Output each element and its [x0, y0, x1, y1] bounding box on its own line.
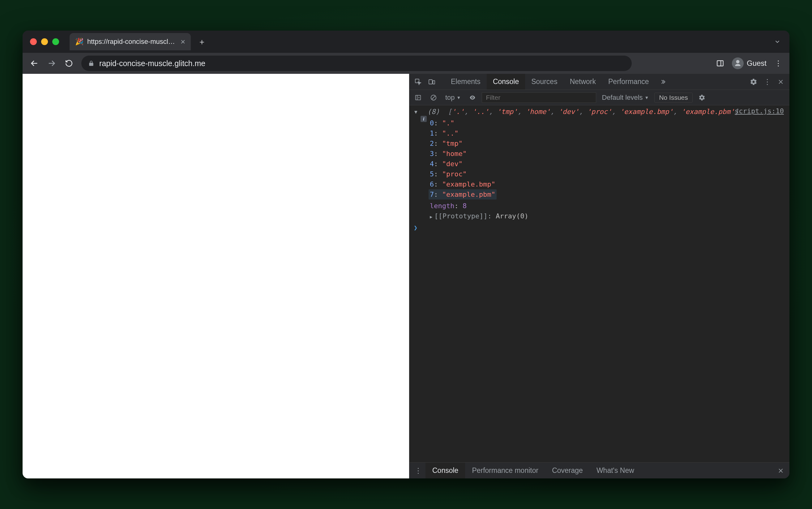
- drawer-tab-performance-monitor[interactable]: Performance monitor: [465, 463, 545, 478]
- side-panel-button[interactable]: [713, 57, 727, 70]
- page-viewport[interactable]: [23, 74, 409, 478]
- drawer-menu-button[interactable]: ⋮: [412, 465, 424, 477]
- svg-rect-2: [717, 61, 723, 66]
- devtools-drawer: ⋮ ConsolePerformance monitorCoverageWhat…: [409, 462, 789, 478]
- tab-title: https://rapid-concise-muscle.g: [87, 38, 177, 46]
- devtools-close-button[interactable]: [775, 76, 787, 88]
- window-traffic-lights: [30, 38, 59, 45]
- array-item-row[interactable]: 2: "tmp": [430, 138, 785, 148]
- tab-strip: 🎉 https://rapid-concise-muscle.g × ＋: [23, 31, 789, 53]
- array-preview-item: 'example.bmp': [620, 108, 673, 115]
- svg-rect-5: [429, 80, 432, 84]
- content-area: ElementsConsoleSourcesNetworkPerformance…: [23, 74, 789, 478]
- array-preview-item: '.': [452, 108, 464, 115]
- array-preview-item: 'example.pbm': [681, 108, 735, 115]
- browser-toolbar: rapid-concise-muscle.glitch.me Guest ⋮: [23, 53, 789, 74]
- array-item-row[interactable]: 3: "home": [430, 148, 785, 159]
- log-levels-selector[interactable]: Default levels ▼: [599, 94, 651, 102]
- array-length-summary: (8): [427, 108, 440, 115]
- device-toolbar-button[interactable]: [426, 76, 438, 88]
- array-item-row[interactable]: 6: "example.bmp": [430, 179, 785, 189]
- console-log-entry[interactable]: ▼ i (8) ['.', '..', 'tmp', 'home', 'dev'…: [409, 107, 789, 221]
- devtools-tab-sources[interactable]: Sources: [525, 74, 563, 90]
- chevron-right-icon[interactable]: ▶: [430, 214, 432, 220]
- array-length-property: length: 8: [430, 201, 785, 211]
- devtools-menu-button[interactable]: ⋮: [761, 76, 773, 88]
- array-item-row[interactable]: 1: "..": [430, 128, 785, 138]
- array-item-row[interactable]: 5: "proc": [430, 169, 785, 179]
- tab-favicon: 🎉: [75, 38, 84, 46]
- array-item-row[interactable]: 7: "example.pbm": [430, 189, 785, 200]
- console-filter-input[interactable]: [482, 92, 596, 103]
- close-window-button[interactable]: [30, 38, 37, 45]
- new-tab-button[interactable]: ＋: [195, 35, 209, 48]
- devtools-settings-button[interactable]: [747, 76, 760, 88]
- minimize-window-button[interactable]: [41, 38, 48, 45]
- tabs-overflow-button[interactable]: [774, 38, 781, 45]
- info-badge-icon: i: [420, 116, 427, 122]
- devtools-tab-bar: ElementsConsoleSourcesNetworkPerformance…: [409, 74, 789, 90]
- reload-button[interactable]: [62, 56, 76, 71]
- devtools-tab-performance[interactable]: Performance: [602, 74, 655, 90]
- maximize-window-button[interactable]: [52, 38, 59, 45]
- array-item-row[interactable]: 0: ".": [430, 118, 785, 128]
- forward-button[interactable]: [44, 56, 59, 71]
- prototype-row[interactable]: ▶[[Prototype]]: Array(0): [430, 211, 785, 221]
- console-toolbar: top ▼ Default levels ▼ No Issues: [409, 90, 789, 105]
- array-item-row[interactable]: 4: "dev": [430, 159, 785, 169]
- execution-context-selector[interactable]: top ▼: [443, 94, 463, 102]
- array-preview-item: 'home': [526, 108, 550, 115]
- devtools-tab-network[interactable]: Network: [564, 74, 602, 90]
- devtools-tab-elements[interactable]: Elements: [445, 74, 487, 90]
- drawer-tab-coverage[interactable]: Coverage: [545, 463, 590, 478]
- browser-menu-button[interactable]: ⋮: [772, 57, 785, 70]
- live-expression-button[interactable]: [466, 92, 479, 104]
- svg-rect-6: [433, 80, 435, 84]
- array-preview-item: 'tmp': [497, 108, 517, 115]
- drawer-tab-what's-new[interactable]: What's New: [590, 463, 641, 478]
- url-text: rapid-concise-muscle.glitch.me: [99, 59, 205, 68]
- back-button[interactable]: [27, 56, 42, 71]
- inspect-element-button[interactable]: [412, 76, 424, 88]
- avatar-icon: [732, 58, 744, 69]
- expand-toggle-icon[interactable]: ▼: [414, 108, 417, 116]
- drawer-close-button[interactable]: [775, 465, 787, 477]
- address-bar[interactable]: rapid-concise-muscle.glitch.me: [81, 56, 632, 71]
- drawer-tab-console[interactable]: Console: [426, 463, 465, 478]
- prompt-caret-icon: ❯: [414, 223, 417, 232]
- array-preview-item: '..': [472, 108, 489, 115]
- console-sidebar-toggle[interactable]: [412, 92, 424, 104]
- array-preview-item: 'dev': [558, 108, 579, 115]
- browser-window: 🎉 https://rapid-concise-muscle.g × ＋: [23, 31, 789, 478]
- profile-button[interactable]: Guest: [729, 56, 770, 70]
- svg-rect-9: [415, 95, 421, 100]
- array-preview-item: 'proc': [587, 108, 612, 115]
- devtools-tab-console[interactable]: Console: [487, 74, 525, 90]
- more-tabs-button[interactable]: [656, 76, 669, 88]
- lock-icon: [88, 60, 94, 66]
- devtools-panel: ElementsConsoleSourcesNetworkPerformance…: [409, 74, 789, 478]
- tab-close-button[interactable]: ×: [181, 38, 185, 46]
- console-settings-button[interactable]: [696, 92, 708, 104]
- issues-button[interactable]: No Issues: [654, 93, 692, 103]
- console-prompt[interactable]: ❯: [409, 221, 789, 234]
- clear-console-button[interactable]: [427, 92, 440, 104]
- browser-tab[interactable]: 🎉 https://rapid-concise-muscle.g ×: [69, 33, 191, 50]
- console-output[interactable]: script.js:10 ▼ i (8) ['.', '..', 'tmp', …: [409, 105, 789, 462]
- profile-label: Guest: [747, 59, 767, 68]
- svg-line-12: [432, 96, 435, 99]
